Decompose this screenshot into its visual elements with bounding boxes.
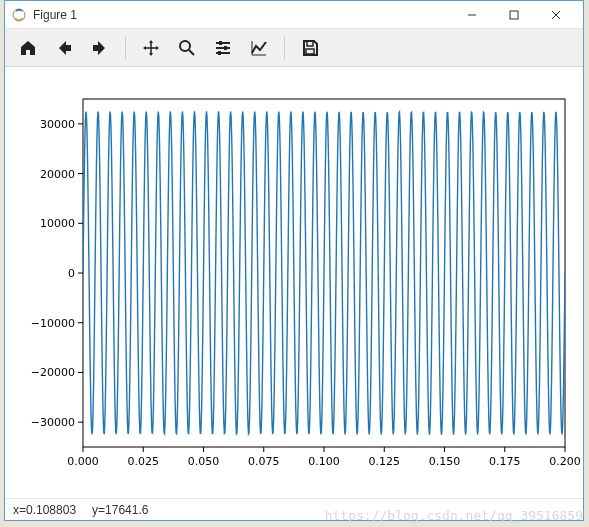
zoom-button[interactable] (170, 33, 204, 63)
toolbar (5, 29, 583, 67)
status-y: y=17641.6 (92, 503, 148, 517)
save-icon (300, 38, 320, 58)
svg-text:−30000: −30000 (31, 416, 75, 429)
status-x: x=0.108803 (13, 503, 76, 517)
edit-axis-button[interactable] (242, 33, 276, 63)
svg-line-8 (189, 50, 194, 55)
svg-text:0.025: 0.025 (128, 455, 160, 468)
toolbar-separator (284, 36, 285, 60)
svg-rect-12 (224, 46, 227, 50)
maximize-button[interactable] (493, 1, 535, 29)
home-icon (18, 38, 38, 58)
minimize-button[interactable] (451, 1, 493, 29)
sliders-icon (213, 38, 233, 58)
svg-point-0 (13, 9, 25, 21)
svg-text:30000: 30000 (40, 118, 75, 131)
svg-text:0.200: 0.200 (549, 455, 581, 468)
window-title: Figure 1 (33, 8, 77, 22)
save-button[interactable] (293, 33, 327, 63)
arrow-left-icon (54, 38, 74, 58)
toolbar-separator (125, 36, 126, 60)
app-icon (11, 7, 27, 23)
svg-rect-14 (218, 51, 221, 55)
move-icon (141, 38, 161, 58)
svg-text:0.150: 0.150 (429, 455, 461, 468)
svg-text:0.050: 0.050 (188, 455, 220, 468)
svg-text:0: 0 (68, 267, 75, 280)
svg-point-7 (180, 41, 190, 51)
configure-button[interactable] (206, 33, 240, 63)
svg-rect-2 (510, 11, 518, 19)
statusbar: x=0.108803 y=17641.6 (5, 498, 583, 520)
plot-svg: 0.0000.0250.0500.0750.1000.1250.1500.175… (5, 67, 583, 497)
svg-text:0.075: 0.075 (248, 455, 280, 468)
home-button[interactable] (11, 33, 45, 63)
svg-text:−10000: −10000 (31, 317, 75, 330)
svg-text:20000: 20000 (40, 168, 75, 181)
svg-text:−20000: −20000 (31, 366, 75, 379)
close-button[interactable] (535, 1, 577, 29)
svg-rect-17 (307, 41, 313, 46)
zoom-icon (177, 38, 197, 58)
svg-text:0.000: 0.000 (67, 455, 99, 468)
arrow-right-icon (90, 38, 110, 58)
forward-button[interactable] (83, 33, 117, 63)
svg-text:0.100: 0.100 (308, 455, 340, 468)
back-button[interactable] (47, 33, 81, 63)
svg-rect-18 (306, 49, 314, 54)
pan-button[interactable] (134, 33, 168, 63)
svg-text:10000: 10000 (40, 217, 75, 230)
titlebar: Figure 1 (5, 1, 583, 29)
svg-rect-10 (219, 41, 222, 45)
figure-window: Figure 1 (4, 0, 584, 521)
svg-text:0.125: 0.125 (369, 455, 401, 468)
plot-canvas[interactable]: 0.0000.0250.0500.0750.1000.1250.1500.175… (5, 67, 583, 498)
chart-line-icon (249, 38, 269, 58)
svg-text:0.175: 0.175 (489, 455, 521, 468)
